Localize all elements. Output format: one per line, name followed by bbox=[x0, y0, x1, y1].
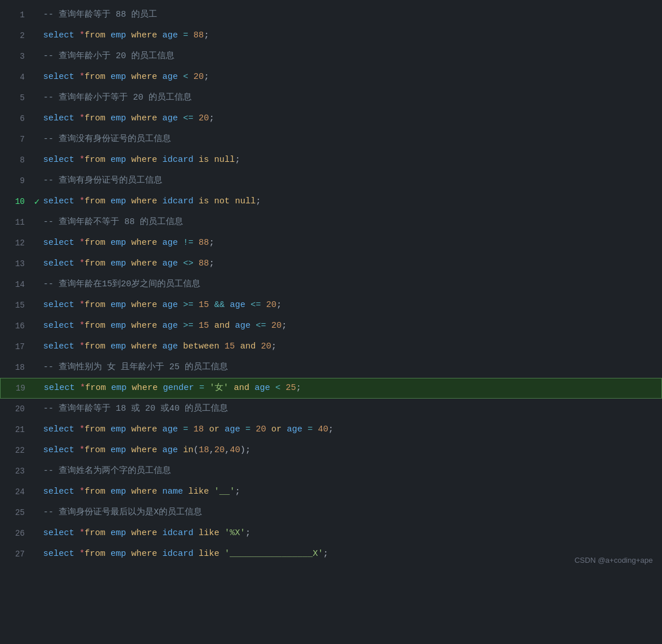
code-line-4: 4 select *from emp where age < 20; bbox=[0, 67, 662, 88]
code-line-2: 2 select *from emp where age = 88; bbox=[0, 25, 662, 46]
code-line-19: 19 select *from emp where gender = '女' a… bbox=[0, 378, 662, 399]
line-content-8: select *from emp where idcard is null; bbox=[32, 153, 662, 167]
code-line-15: 15 select *from emp where age >= 15 && a… bbox=[0, 295, 662, 316]
check-mark-icon: ✓ bbox=[34, 196, 40, 207]
code-line-9: 9 -- 查询有身份证号的员工信息 bbox=[0, 171, 662, 191]
line-content-9: -- 查询有身份证号的员工信息 bbox=[32, 174, 662, 188]
line-num-15: 15 bbox=[0, 301, 32, 310]
line-content-7: -- 查询没有身份证号的员工信息 bbox=[32, 132, 662, 146]
line-content-24: select *from emp where name like '__'; bbox=[32, 485, 662, 499]
line-num-23: 23 bbox=[0, 467, 32, 476]
code-line-23: 23 -- 查询姓名为两个字的员工信息 bbox=[0, 461, 662, 482]
line-num-2: 2 bbox=[0, 31, 32, 40]
code-line-10: 10 ✓ select *from emp where idcard is no… bbox=[0, 191, 662, 212]
code-line-24: 24 select *from emp where name like '__'… bbox=[0, 482, 662, 502]
code-line-1: 1 -- 查询年龄等于 88 的员工 bbox=[0, 5, 662, 25]
line-content-21: select *from emp where age = 18 or age =… bbox=[32, 423, 662, 437]
line-num-5: 5 bbox=[0, 93, 32, 103]
code-line-3: 3 -- 查询年龄小于 20 的员工信息 bbox=[0, 46, 662, 67]
line-content-25: -- 查询身份证号最后以为是X的员工信息 bbox=[32, 506, 662, 520]
line-content-11: -- 查询年龄不等于 88 的员工信息 bbox=[32, 215, 662, 229]
line-num-3: 3 bbox=[0, 52, 32, 61]
line-content-15: select *from emp where age >= 15 && age … bbox=[32, 298, 662, 312]
code-editor: 1 -- 查询年龄等于 88 的员工 2 select *from emp wh… bbox=[0, 0, 662, 569]
line-content-18: -- 查询性别为 女 且年龄小于 25 的员工信息 bbox=[32, 361, 662, 374]
line-num-18: 18 bbox=[0, 363, 32, 372]
line-num-4: 4 bbox=[0, 73, 32, 82]
code-line-16: 16 select *from emp where age >= 15 and … bbox=[0, 316, 662, 336]
line-num-17: 17 bbox=[0, 342, 32, 351]
line-content-12: select *from emp where age != 88; bbox=[32, 236, 662, 250]
code-line-7: 7 -- 查询没有身份证号的员工信息 bbox=[0, 129, 662, 150]
code-line-14: 14 -- 查询年龄在15到20岁之间的员工信息 bbox=[0, 274, 662, 295]
line-num-6: 6 bbox=[0, 114, 32, 123]
line-num-8: 8 bbox=[0, 156, 32, 165]
line-num-13: 13 bbox=[0, 259, 32, 268]
code-line-21: 21 select *from emp where age = 18 or ag… bbox=[0, 419, 662, 440]
line-content-1: -- 查询年龄等于 88 的员工 bbox=[32, 8, 662, 22]
line-content-16: select *from emp where age >= 15 and age… bbox=[32, 319, 662, 333]
line-content-3: -- 查询年龄小于 20 的员工信息 bbox=[32, 50, 662, 63]
line-content-2: select *from emp where age = 88; bbox=[32, 29, 662, 43]
code-line-20: 20 -- 查询年龄等于 18 或 20 或40 的员工信息 bbox=[0, 399, 662, 419]
code-line-25: 25 -- 查询身份证号最后以为是X的员工信息 bbox=[0, 502, 662, 523]
line-content-26: select *from emp where idcard like '%X'; bbox=[32, 526, 662, 540]
line-num-16: 16 bbox=[0, 321, 32, 331]
line-content-5: -- 查询年龄小于等于 20 的员工信息 bbox=[32, 91, 662, 105]
line-content-22: select *from emp where age in(18,20,40); bbox=[32, 444, 662, 457]
code-line-6: 6 select *from emp where age <= 20; bbox=[0, 108, 662, 129]
line-num-9: 9 bbox=[0, 176, 32, 185]
line-num-19: 19 bbox=[1, 384, 32, 393]
line-content-23: -- 查询姓名为两个字的员工信息 bbox=[32, 464, 662, 478]
line-num-24: 24 bbox=[0, 487, 32, 497]
line-num-11: 11 bbox=[0, 218, 32, 227]
line-content-17: select *from emp where age between 15 an… bbox=[32, 340, 662, 354]
code-line-13: 13 select *from emp where age <> 88; bbox=[0, 253, 662, 274]
line-content-20: -- 查询年龄等于 18 或 20 或40 的员工信息 bbox=[32, 402, 662, 416]
code-line-18: 18 -- 查询性别为 女 且年龄小于 25 的员工信息 bbox=[0, 357, 662, 378]
line-num-21: 21 bbox=[0, 425, 32, 434]
line-num-10: 10 ✓ bbox=[0, 197, 32, 206]
code-line-26: 26 select *from emp where idcard like '%… bbox=[0, 523, 662, 544]
code-line-5: 5 -- 查询年龄小于等于 20 的员工信息 bbox=[0, 88, 662, 108]
line-content-19: select *from emp where gender = '女' and … bbox=[32, 381, 661, 395]
code-line-12: 12 select *from emp where age != 88; bbox=[0, 233, 662, 253]
line-num-22: 22 bbox=[0, 446, 32, 455]
line-num-14: 14 bbox=[0, 280, 32, 289]
code-line-11: 11 -- 查询年龄不等于 88 的员工信息 bbox=[0, 212, 662, 233]
line-num-20: 20 bbox=[0, 404, 32, 414]
code-line-27: 27 select *from emp where idcard like '_… bbox=[0, 544, 662, 565]
line-content-4: select *from emp where age < 20; bbox=[32, 70, 662, 84]
line-content-10: select *from emp where idcard is not nul… bbox=[32, 195, 662, 209]
line-content-13: select *from emp where age <> 88; bbox=[32, 257, 662, 271]
footer-watermark: CSDN @a+coding+ape bbox=[575, 556, 653, 565]
code-line-22: 22 select *from emp where age in(18,20,4… bbox=[0, 440, 662, 461]
code-line-17: 17 select *from emp where age between 15… bbox=[0, 336, 662, 357]
line-num-12: 12 bbox=[0, 238, 32, 248]
line-content-6: select *from emp where age <= 20; bbox=[32, 112, 662, 126]
line-num-1: 1 bbox=[0, 10, 32, 20]
line-content-14: -- 查询年龄在15到20岁之间的员工信息 bbox=[32, 278, 662, 291]
line-num-27: 27 bbox=[0, 550, 32, 559]
line-num-26: 26 bbox=[0, 529, 32, 538]
line-num-7: 7 bbox=[0, 135, 32, 144]
code-line-8: 8 select *from emp where idcard is null; bbox=[0, 150, 662, 171]
line-content-27: select *from emp where idcard like '____… bbox=[32, 547, 662, 561]
line-num-25: 25 bbox=[0, 508, 32, 517]
